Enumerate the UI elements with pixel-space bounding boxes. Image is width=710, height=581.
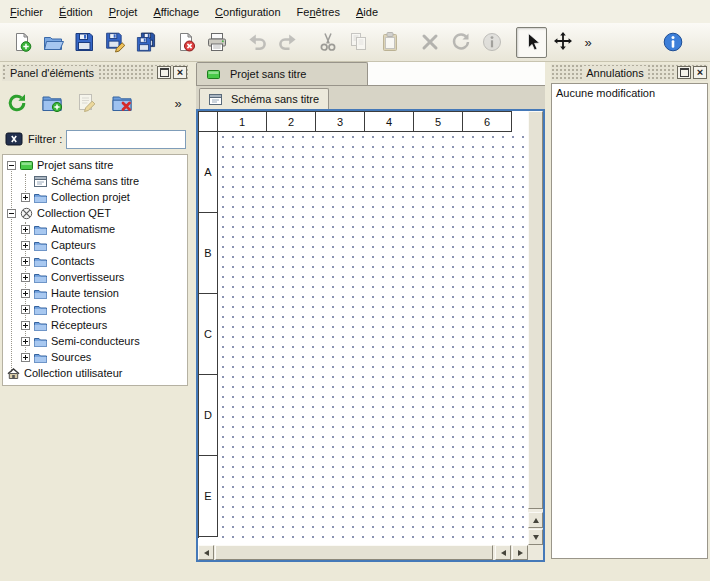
print-button[interactable]	[201, 27, 232, 58]
float-panel-button[interactable]	[157, 66, 171, 79]
close-panel-button[interactable]: ×	[173, 66, 187, 79]
arrow-down-icon	[533, 535, 539, 543]
tree-item-label: Automatisme	[51, 223, 115, 235]
expand-icon[interactable]	[21, 257, 30, 266]
menu-fichier[interactable]: Fichier	[2, 3, 51, 21]
expand-icon[interactable]	[21, 337, 30, 346]
new-document-button[interactable]	[6, 27, 37, 58]
diagram-canvas[interactable]: 123456 ABCDE	[198, 111, 528, 545]
project-icon	[207, 68, 220, 81]
expand-icon[interactable]	[21, 321, 30, 330]
diagram-border: 123456 ABCDE	[198, 111, 512, 538]
expand-icon[interactable]	[21, 241, 30, 250]
collapse-icon[interactable]	[7, 209, 16, 218]
expand-icon[interactable]	[21, 225, 30, 234]
expand-icon[interactable]	[21, 353, 30, 362]
tree-item-protections[interactable]: Protections	[3, 301, 187, 317]
horizontal-scrollbar-thumb[interactable]	[215, 545, 493, 560]
select-mode-button[interactable]	[516, 27, 547, 58]
scroll-left-button-2[interactable]	[495, 545, 511, 560]
tree-item-label: Collection utilisateur	[24, 367, 122, 379]
help-button[interactable]	[657, 27, 688, 58]
undo-icon	[246, 31, 268, 53]
arrow-right-icon	[518, 550, 526, 556]
scroll-down-button[interactable]	[528, 529, 543, 545]
edit-element-button[interactable]	[74, 90, 100, 116]
delete-element-button[interactable]	[109, 90, 135, 116]
expand-icon[interactable]	[21, 193, 30, 202]
horizontal-scrollbar[interactable]	[198, 545, 528, 560]
reload-collections-button[interactable]	[4, 90, 30, 116]
tree-item-schema-sans-titre[interactable]: Schéma sans titre	[3, 173, 187, 189]
tree-item-label: Capteurs	[51, 239, 96, 251]
column-label: 6	[463, 112, 512, 132]
scroll-mode-icon	[552, 31, 574, 53]
tree-item-label: Récepteurs	[51, 319, 107, 331]
tree-item-projet-sans-titre[interactable]: Projet sans titre	[3, 157, 187, 173]
overflow-button[interactable]: »	[170, 90, 186, 116]
menu-aide[interactable]: Aide	[348, 3, 386, 21]
overflow-button[interactable]: »	[578, 27, 598, 58]
tree-item-capteurs[interactable]: Capteurs	[3, 237, 187, 253]
tree-item-convertisseurs[interactable]: Convertisseurs	[3, 269, 187, 285]
save-all-button[interactable]	[130, 27, 161, 58]
float-icon	[160, 68, 169, 77]
save-as-button[interactable]	[99, 27, 130, 58]
tree-item-collection-qet[interactable]: Collection QET	[3, 205, 187, 221]
close-document-icon	[175, 31, 197, 53]
tree-item-haute-tension[interactable]: Haute tension	[3, 285, 187, 301]
delete-icon	[419, 31, 441, 53]
tree-item-sources[interactable]: Sources	[3, 349, 187, 365]
menu-fenetres[interactable]: Fenêtres	[289, 3, 348, 21]
new-document-icon	[11, 31, 33, 53]
close-panel-button[interactable]: ×	[693, 66, 707, 79]
open-document-button[interactable]	[37, 27, 68, 58]
tree-item-collection-projet[interactable]: Collection projet	[3, 189, 187, 205]
tree-item-recepteurs[interactable]: Récepteurs	[3, 317, 187, 333]
scroll-right-button[interactable]	[512, 545, 528, 560]
reload-collections-icon	[6, 92, 28, 114]
close-document-button[interactable]	[170, 27, 201, 58]
float-panel-button[interactable]	[677, 66, 691, 79]
filter-row: Filtrer :	[4, 128, 186, 150]
expand-icon[interactable]	[21, 305, 30, 314]
new-element-button[interactable]	[39, 90, 65, 116]
vertical-scrollbar[interactable]	[528, 111, 543, 545]
tree-item-contacts[interactable]: Contacts	[3, 253, 187, 269]
header-corner	[199, 112, 218, 132]
schema-icon	[209, 93, 222, 106]
scroll-left-button[interactable]	[198, 545, 214, 560]
tree-item-label: Protections	[51, 303, 106, 315]
tree-item-semi-conducteurs[interactable]: Semi-conducteurs	[3, 333, 187, 349]
elements-panel: Panel d'éléments × » Filtrer : Projet sa…	[0, 62, 190, 581]
filter-input[interactable]	[66, 130, 186, 149]
undo-list[interactable]: Aucune modification	[551, 83, 708, 559]
collapse-icon[interactable]	[7, 161, 16, 170]
undo-button[interactable]	[241, 27, 272, 58]
tab-schema-sans-titre[interactable]: Schéma sans titre	[199, 88, 329, 109]
menu-configuration[interactable]: Configuration	[207, 3, 288, 21]
arrow-left-icon	[201, 550, 209, 556]
tab-projet-sans-titre[interactable]: Projet sans titre	[196, 62, 368, 85]
menu-affichage[interactable]: Affichage	[145, 3, 207, 21]
tree-item-collection-utilisateur[interactable]: Collection utilisateur	[3, 365, 187, 381]
close-icon: ×	[697, 68, 703, 77]
column-label: 5	[414, 112, 463, 132]
cut-button[interactable]	[312, 27, 343, 58]
about-element-button[interactable]	[476, 27, 507, 58]
copy-button[interactable]	[343, 27, 374, 58]
vertical-scrollbar-thumb[interactable]	[528, 111, 543, 509]
delete-button[interactable]	[414, 27, 445, 58]
save-button[interactable]	[68, 27, 99, 58]
tree-item-automatisme[interactable]: Automatisme	[3, 221, 187, 237]
expand-icon[interactable]	[21, 273, 30, 282]
menu-projet[interactable]: Projet	[101, 3, 146, 21]
expand-icon[interactable]	[21, 289, 30, 298]
redo-button[interactable]	[272, 27, 303, 58]
rotate-button[interactable]	[445, 27, 476, 58]
scroll-up-button[interactable]	[528, 512, 543, 528]
clear-filter-button[interactable]	[4, 131, 24, 148]
scroll-mode-button[interactable]	[547, 27, 578, 58]
menu-edition[interactable]: Édition	[51, 3, 101, 21]
paste-button[interactable]	[374, 27, 405, 58]
